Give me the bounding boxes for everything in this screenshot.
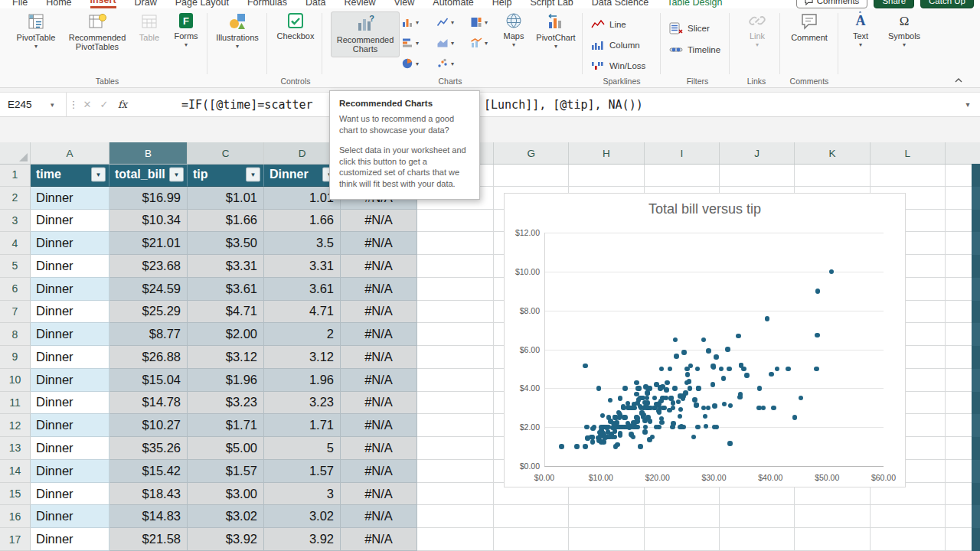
cell-empty[interactable] <box>417 210 494 233</box>
formula-input-left[interactable]: =IF([@time]=scatter <box>181 93 313 116</box>
cell-empty[interactable] <box>417 278 494 301</box>
cell-empty[interactable] <box>795 528 870 551</box>
cell-dinner[interactable]: 3.61 <box>264 278 341 301</box>
insert-bar-chart-button[interactable]: ▾ <box>401 37 419 49</box>
cell-tip[interactable]: $3.61 <box>188 278 264 301</box>
cell-dinner[interactable]: 1.96 <box>264 369 341 392</box>
cell-dinner[interactable]: 1.66 <box>264 210 341 233</box>
filter-dropdown-time[interactable]: ▼ <box>91 168 106 182</box>
cell-tip[interactable]: $1.96 <box>188 369 264 392</box>
column-header-J[interactable]: J <box>720 142 795 164</box>
pivottable-button[interactable]: PivotTable ▾ <box>9 11 63 50</box>
comments-button[interactable]: Comments <box>796 0 868 8</box>
cell-tip[interactable]: $2.00 <box>188 323 264 346</box>
cell-time[interactable]: Dinner <box>31 483 109 506</box>
cell-total-bill[interactable]: $8.77 <box>109 323 188 346</box>
column-header-H[interactable]: H <box>569 142 644 164</box>
cell-empty[interactable] <box>720 505 795 528</box>
row-number[interactable]: 9 <box>0 346 31 369</box>
row-number[interactable]: 4 <box>0 232 31 255</box>
chart[interactable]: Total bill versus tip $0.00$2.00$4.00$6.… <box>504 193 906 487</box>
cell-empty[interactable] <box>417 505 494 528</box>
partial-right-column[interactable] <box>972 164 980 551</box>
pivotchart-button[interactable]: PivotChart ▾ <box>534 11 578 50</box>
cell-empty[interactable] <box>494 528 569 551</box>
column-header-B[interactable]: B <box>109 142 188 164</box>
row-number[interactable]: 13 <box>0 437 31 460</box>
table-header-total_bill[interactable]: total_bill▼ <box>109 164 188 187</box>
cell-empty[interactable] <box>569 164 644 187</box>
ribbon-tab-formulas[interactable]: Formulas <box>247 0 287 8</box>
cell-time[interactable]: Dinner <box>31 255 109 278</box>
cell-time[interactable]: Dinner <box>31 210 109 233</box>
row-number[interactable]: 5 <box>0 255 31 278</box>
row-number[interactable]: 12 <box>0 414 31 437</box>
cell-dinner[interactable]: 2 <box>264 323 341 346</box>
ribbon-tab-file[interactable]: File <box>12 0 28 8</box>
column-header-C[interactable]: C <box>188 142 264 164</box>
cell-dinner[interactable]: 3.5 <box>264 232 341 255</box>
cell-empty[interactable] <box>720 164 795 187</box>
cell-dinner[interactable]: 3.31 <box>264 255 341 278</box>
recommended-charts-button[interactable]: ? Recommended Charts <box>331 11 400 57</box>
cell-total-bill[interactable]: $16.99 <box>109 187 188 210</box>
cell-empty[interactable] <box>795 164 870 187</box>
cell-tip[interactable]: $1.71 <box>188 414 264 437</box>
cell-dinner[interactable]: 1.57 <box>264 460 341 483</box>
sparkline-column-button[interactable]: Column <box>591 40 640 51</box>
cell-time[interactable]: Dinner <box>31 392 109 415</box>
cell-dinner[interactable]: 3.92 <box>264 528 341 551</box>
cell-time[interactable]: Dinner <box>31 232 109 255</box>
ribbon-tab-help[interactable]: Help <box>492 0 512 8</box>
cell-total-bill[interactable]: $26.88 <box>109 346 188 369</box>
row-number[interactable]: 2 <box>0 187 31 210</box>
cell-empty[interactable] <box>645 528 720 551</box>
cell-tip[interactable]: $1.66 <box>188 210 264 233</box>
formula-input-right[interactable]: [Lunch]], [@tip], NA()) <box>484 93 643 116</box>
cell-dinner[interactable]: 5 <box>264 437 341 460</box>
name-box[interactable]: E245 ▾ <box>0 93 67 116</box>
cell-empty[interactable] <box>417 437 494 460</box>
insert-function-button[interactable]: fx <box>113 93 132 116</box>
cell-time[interactable]: Dinner <box>31 323 109 346</box>
cell-empty[interactable] <box>417 346 494 369</box>
filter-dropdown-tip[interactable]: ▼ <box>246 168 260 182</box>
column-header-K[interactable]: K <box>795 142 870 164</box>
forms-button[interactable]: F Forms ▾ <box>168 11 204 48</box>
cell-empty[interactable] <box>417 255 494 278</box>
collapse-ribbon-button[interactable] <box>954 73 963 86</box>
ribbon-tab-data-science[interactable]: Data Science <box>592 0 648 8</box>
cell-empty[interactable] <box>871 164 946 187</box>
cell-total-bill[interactable]: $35.26 <box>109 437 188 460</box>
ribbon-tab-insert[interactable]: Insert <box>90 0 116 8</box>
cell-time[interactable]: Dinner <box>31 414 109 437</box>
cell-empty[interactable] <box>494 505 569 528</box>
expand-formula-bar-button[interactable]: ▾ <box>960 93 975 116</box>
cell-total-bill[interactable]: $21.58 <box>109 528 188 551</box>
row-number[interactable]: 10 <box>0 369 31 392</box>
illustrations-button[interactable]: Illustrations ▾ <box>213 11 262 50</box>
ribbon-tab-draw[interactable]: Draw <box>135 0 157 8</box>
ribbon-tab-page-layout[interactable]: Page Layout <box>175 0 229 8</box>
cell-empty[interactable] <box>417 323 494 346</box>
cell-tip[interactable]: $5.00 <box>188 437 264 460</box>
sparkline-line-button[interactable]: Line <box>591 19 626 30</box>
cell-error[interactable]: #N/A <box>341 278 417 301</box>
cell-empty[interactable] <box>417 232 494 255</box>
cell-error[interactable]: #N/A <box>341 369 417 392</box>
row-number[interactable]: 8 <box>0 323 31 346</box>
cell-tip[interactable]: $1.01 <box>188 187 264 210</box>
cell-total-bill[interactable]: $10.34 <box>109 210 188 233</box>
row-number[interactable]: 16 <box>0 505 31 528</box>
insert-column-chart-button[interactable]: ▾ <box>401 16 419 28</box>
ribbon-tab-data[interactable]: Data <box>305 0 325 8</box>
cell-empty[interactable] <box>795 505 870 528</box>
recommended-pivottables-button[interactable]: Recommended PivotTables <box>66 11 129 52</box>
column-header-I[interactable]: I <box>645 142 720 164</box>
cell-total-bill[interactable]: $23.68 <box>109 255 188 278</box>
cell-tip[interactable]: $3.31 <box>188 255 264 278</box>
ribbon-tab-home[interactable]: Home <box>46 0 71 8</box>
cell-empty[interactable] <box>569 528 644 551</box>
timeline-button[interactable]: Timeline <box>669 44 720 56</box>
filter-dropdown-total_bill[interactable]: ▼ <box>169 168 184 182</box>
